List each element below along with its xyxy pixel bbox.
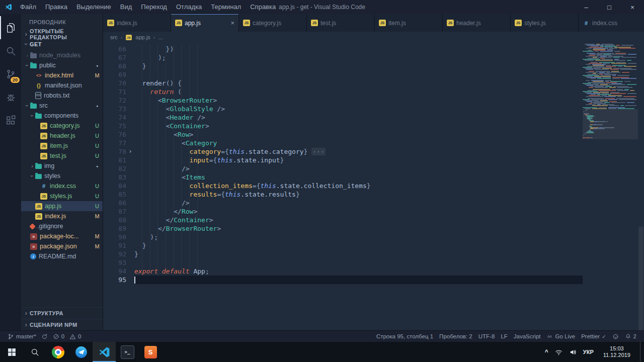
tab-item-js[interactable]: JSitem.js [375,14,443,32]
tree-item-index-js[interactable]: JSindex.jsM [21,211,103,221]
tree-item-styles[interactable]: ›styles [21,171,103,181]
tree-item-node-modules[interactable]: ›node_modules [21,50,103,60]
code-line-88[interactable]: </Container> [134,216,583,224]
tree-item-readme-md[interactable]: iREADME.md [21,251,103,261]
status-javascript[interactable]: JavaScript [511,333,543,339]
menu-item-1[interactable]: Правка [41,0,72,14]
tab-styles-js[interactable]: JSstyles.js [511,14,579,32]
app-icon-orange[interactable]: S [139,342,162,362]
code-line-91[interactable]: } [134,241,583,250]
app-icon-blue[interactable] [69,342,93,362]
code-editor[interactable]: }) ); } render() { return ( <BrowserRout… [134,43,583,330]
code-line-92[interactable]: } [134,250,583,258]
minimap[interactable] [583,43,638,330]
code-line-94[interactable]: export default App; [134,267,583,276]
minimize-button[interactable]: – [575,0,598,14]
tree-item-public[interactable]: ›public● [21,60,103,70]
close-button[interactable]: × [621,0,644,14]
fold-chevron-icon[interactable]: › [126,147,134,156]
menu-item-4[interactable]: Переход [136,0,172,14]
code-line-70[interactable]: render() { [134,79,583,87]
activity-debug[interactable] [0,85,21,109]
code-line-66[interactable]: }) [134,45,583,53]
menu-item-7[interactable]: Справка [246,0,280,14]
activity-explorer[interactable] [0,16,21,39]
code-line-85[interactable]: results={this.state.results} [134,190,583,199]
code-line-72[interactable]: <BrowserRouter> [134,96,583,105]
status-smiley[interactable] [610,333,621,340]
volume-icon[interactable] [569,348,577,356]
tree-item-robots-txt[interactable]: robots.txt [21,90,103,101]
breadcrumb-symbol[interactable]: ... [158,34,163,40]
tree-item-styles-js[interactable]: JSstyles.jsU [21,191,103,201]
status-sync[interactable] [39,333,50,340]
vscode-taskbar-icon[interactable] [93,342,116,362]
status-master[interactable]: master* [5,333,39,340]
tree-item-src[interactable]: ›src● [21,101,103,111]
show-desktop-button[interactable] [640,342,643,362]
maximize-button[interactable]: □ [598,0,621,14]
open-editors-section[interactable]: › ОТКРЫТЫЕ РЕДАКТОРЫ [21,29,103,39]
tree-item-components[interactable]: ›components [21,111,103,121]
code-line-68[interactable]: } [134,62,583,70]
code-line-82[interactable]: /> [134,164,583,173]
status-go-live[interactable]: Go Live [544,333,578,340]
code-line-90[interactable]: ); [134,233,583,241]
status-95-1[interactable]: Строка 95, столбец 1 [374,333,436,339]
tree-item-package-loc[interactable]: npackage-loc...M [21,231,103,241]
tab-app-js[interactable]: JSapp.js× [171,14,239,32]
scrollbar-thumb[interactable] [638,227,643,330]
status-0[interactable]: 0 [50,333,67,340]
code-line-75[interactable]: <Container> [134,122,583,130]
tab-test-js[interactable]: JStest.js [307,14,375,32]
menu-item-5[interactable]: Отладка [172,0,206,14]
npm-scripts-section[interactable]: › СЦЕНАРИИ NPM [21,319,103,330]
code-line-69[interactable] [134,70,583,79]
breadcrumb-file[interactable]: app.js [135,34,150,40]
workspace-section[interactable]: › GET [21,39,103,49]
tree-item-item-js[interactable]: JSitem.jsU [21,141,103,151]
tree-item-index-html[interactable]: <>index.htmlM [21,70,103,80]
code-line-73[interactable]: <GlobalStyle /> [134,105,583,113]
status-2[interactable]: Пробелов: 2 [437,333,475,339]
code-line-95[interactable] [134,276,583,284]
status-prettier[interactable]: Prettier✓ [579,333,608,339]
tab-index-css[interactable]: #index.css [579,14,644,32]
tree-item-manifest-json[interactable]: {}manifest.json [21,80,103,90]
tree-item-package-json[interactable]: npackage.jsonM [21,241,103,251]
code-line-81[interactable]: input={this.state.input} [134,156,583,164]
minimap-slider[interactable] [583,109,638,139]
tree-item-app-js[interactable]: JSapp.jsU [21,201,103,211]
code-line-74[interactable]: <Header /> [134,113,583,122]
code-line-87[interactable]: </Row> [134,207,583,216]
outline-section[interactable]: › СТРУКТУРА [21,307,103,319]
activity-extensions[interactable] [0,109,21,132]
code-line-86[interactable]: /> [134,199,583,207]
tab-index-js[interactable]: JSindex.js [103,14,171,32]
menu-item-6[interactable]: Терминал [206,0,246,14]
network-icon[interactable] [555,348,562,356]
tab-category-js[interactable]: JScategory.js [239,14,307,32]
close-tab-icon[interactable]: × [230,19,234,27]
code-line-84[interactable]: collection_items={this.state.collection_… [134,182,583,190]
menu-item-3[interactable]: Вид [116,0,137,14]
status-0[interactable]: 0 [67,333,84,340]
clock[interactable]: 15:03 11.12.2019 [600,345,633,358]
activity-search[interactable] [0,39,21,62]
tree-item-gitignore[interactable]: .gitignore [21,221,103,231]
code-line-93[interactable] [134,258,583,267]
code-line-71[interactable]: return ( [134,87,583,96]
menu-item-0[interactable]: Файл [16,0,41,14]
menu-item-2[interactable]: Выделение [72,0,116,14]
vertical-scrollbar[interactable] [638,43,644,330]
tray-expand-icon[interactable]: ^ [545,348,548,355]
tab-header-js[interactable]: JSheader.js [443,14,511,32]
keyboard-layout[interactable]: УКР [583,349,594,355]
code-line-67[interactable]: ); [134,53,583,62]
start-button[interactable] [0,342,23,362]
status-utf-8[interactable]: UTF-8 [476,333,498,339]
terminal-icon[interactable]: >_ [116,342,139,362]
status-lf[interactable]: LF [498,333,510,339]
code-line-76[interactable]: <Row> [134,130,583,139]
code-line-78[interactable]: category={this.state.category} ··· [134,147,583,156]
